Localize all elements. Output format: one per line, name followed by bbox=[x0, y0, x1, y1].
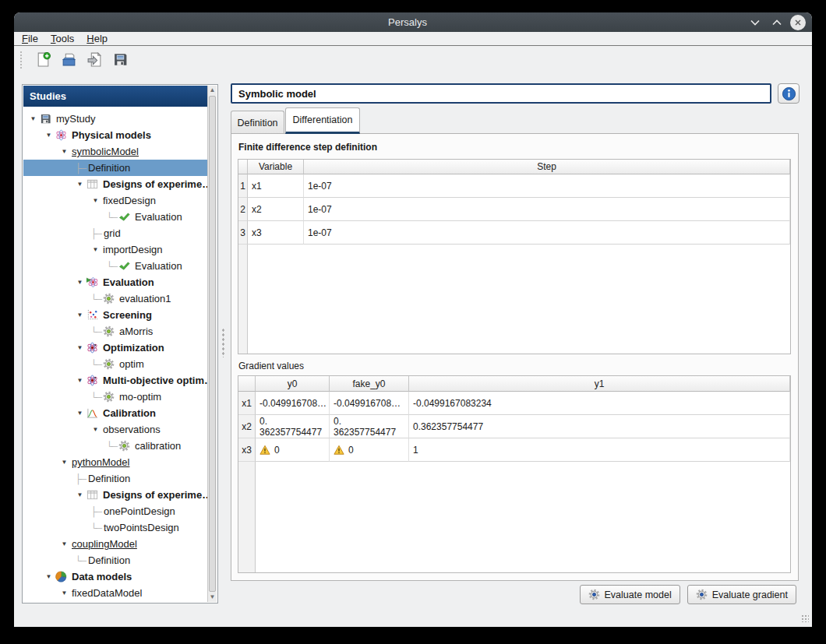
tab-differentiation[interactable]: Differentiation bbox=[285, 107, 360, 134]
menu-file[interactable]: File bbox=[22, 33, 38, 44]
tree-item-evaluation[interactable]: └─Evaluation bbox=[23, 258, 207, 274]
step-cell[interactable]: 1e-07 bbox=[304, 174, 790, 198]
tree-scrollbar[interactable]: ▲ ▼ bbox=[207, 86, 217, 602]
tree-item-label: Screening bbox=[101, 309, 154, 321]
scroll-down-icon[interactable]: ▼ bbox=[208, 593, 217, 602]
expand-arrow-icon[interactable]: ▼ bbox=[75, 311, 85, 318]
tree-item-symbolicmodel[interactable]: ▼symbolicModel bbox=[23, 143, 207, 160]
info-button[interactable] bbox=[778, 83, 800, 104]
splitter-handle[interactable] bbox=[222, 328, 224, 357]
tree-item-definition[interactable]: ├─Definition bbox=[23, 470, 207, 487]
expand-arrow-icon[interactable]: ▼ bbox=[75, 181, 85, 188]
evaluate-gradient-button[interactable]: Evaluate gradient bbox=[687, 585, 796, 604]
gradient-cell[interactable]: 0. 362357754477 bbox=[256, 415, 330, 438]
table-filler bbox=[248, 245, 790, 354]
column-header-y0: y0 bbox=[256, 376, 330, 392]
menu-tools[interactable]: Tools bbox=[51, 33, 74, 44]
tree-item-multi-objective-optim[interactable]: ▼Multi-objective optim… bbox=[23, 372, 207, 389]
tab-definition[interactable]: Definition bbox=[231, 111, 284, 134]
expand-arrow-icon[interactable]: ▼ bbox=[90, 197, 101, 204]
gradient-cell[interactable]: -0.049916708… bbox=[256, 392, 330, 415]
import-icon[interactable] bbox=[84, 50, 104, 70]
step-cell[interactable]: 1e-07 bbox=[304, 221, 790, 245]
tree-item-label: aMorris bbox=[117, 326, 155, 337]
tree-item-calibration[interactable]: └─calibration bbox=[23, 438, 207, 454]
gradient-cell[interactable]: -0.049916708… bbox=[330, 392, 409, 415]
tree-item-mo-optim[interactable]: └─mo-optim bbox=[23, 389, 207, 405]
save-icon[interactable] bbox=[110, 50, 130, 70]
scroll-up-icon[interactable]: ▲ bbox=[208, 86, 217, 95]
tree-item-fixeddatamodel[interactable]: ▼fixedDataModel bbox=[23, 585, 207, 601]
expand-arrow-icon[interactable]: ▼ bbox=[75, 491, 85, 498]
tree-item-calibration[interactable]: ▼Calibration bbox=[23, 405, 207, 421]
tree-item-screening[interactable]: ▼Screening bbox=[23, 307, 207, 323]
expand-arrow-icon[interactable]: ▼ bbox=[59, 589, 69, 596]
tree-item-optimization[interactable]: ▼Optimization bbox=[23, 340, 207, 356]
variable-cell[interactable]: x3 bbox=[248, 221, 304, 245]
tree-item-observations[interactable]: ▼observations bbox=[23, 421, 207, 438]
tree-item-fixeddesign[interactable]: ▼fixedDesign bbox=[23, 192, 207, 209]
new-document-icon[interactable] bbox=[33, 50, 53, 70]
variable-cell[interactable]: x1 bbox=[248, 174, 304, 198]
menu-help[interactable]: Help bbox=[86, 33, 108, 44]
gradient-cell[interactable]: 0 bbox=[330, 438, 409, 462]
toolbar-drag-handle[interactable] bbox=[19, 51, 23, 69]
expand-arrow-icon[interactable]: ▼ bbox=[90, 246, 101, 253]
gradient-cell[interactable]: 0 bbox=[256, 438, 330, 462]
gradient-cell[interactable]: -0.0499167083234 bbox=[409, 392, 790, 415]
variable-cell[interactable]: x2 bbox=[248, 198, 304, 221]
cell-value: 0.362357754477 bbox=[413, 421, 483, 432]
tree-item-optim[interactable]: └─optim bbox=[23, 356, 207, 372]
expand-arrow-icon[interactable]: ▼ bbox=[28, 115, 38, 122]
minimize-icon[interactable] bbox=[747, 14, 764, 31]
expand-arrow-icon[interactable]: ▼ bbox=[75, 344, 85, 351]
tree-item-designs-of-experime[interactable]: ▼Designs of experime… bbox=[23, 487, 207, 503]
title-bar[interactable]: Persalys bbox=[14, 12, 812, 32]
expand-arrow-icon[interactable]: ▼ bbox=[59, 540, 69, 547]
tree-item-amorris[interactable]: └─aMorris bbox=[23, 323, 207, 340]
expand-arrow-icon[interactable]: ▼ bbox=[44, 132, 54, 139]
tree-item-label: Calibration bbox=[101, 407, 158, 419]
tree-item-onepointdesign[interactable]: ├─onePointDesign bbox=[23, 503, 207, 519]
open-icon[interactable] bbox=[58, 50, 79, 70]
tree-item-grid[interactable]: ├─grid bbox=[23, 225, 207, 241]
evaluate-model-button[interactable]: Evaluate model bbox=[580, 585, 680, 604]
expand-arrow-icon[interactable]: ▼ bbox=[90, 426, 101, 433]
gradient-cell[interactable]: 0. 362357754477 bbox=[330, 415, 409, 438]
scrollbar-thumb[interactable] bbox=[209, 96, 216, 592]
table-icon bbox=[86, 178, 98, 190]
gear-green-icon bbox=[103, 358, 115, 370]
differentiation-panel: Finite difference step definition Variab… bbox=[231, 133, 799, 581]
tree-item-twopointsdesign[interactable]: └─twoPointsDesign bbox=[23, 519, 207, 536]
row-header-x1: x1 bbox=[238, 392, 256, 415]
expand-arrow-icon[interactable]: ▼ bbox=[59, 459, 69, 466]
tree-item-evaluation[interactable]: └─Evaluation bbox=[23, 209, 207, 225]
tree-item-evaluation[interactable]: ▼Evaluation bbox=[23, 274, 207, 290]
tree-item-data-models[interactable]: ▼Data models bbox=[23, 568, 207, 585]
gradient-cell[interactable]: 0.362357754477 bbox=[409, 415, 790, 438]
step-cell[interactable]: 1e-07 bbox=[304, 198, 790, 221]
gear-blue-icon bbox=[696, 589, 708, 600]
table-filler bbox=[256, 462, 790, 572]
gradient-cell[interactable]: 1 bbox=[409, 438, 790, 462]
tree-item-label: optim bbox=[117, 358, 146, 370]
expand-arrow-icon[interactable]: ▼ bbox=[75, 410, 85, 417]
tree-item-evaluation1[interactable]: └─evaluation1 bbox=[23, 290, 207, 307]
tree-item-pythonmodel[interactable]: ▼pythonModel bbox=[23, 454, 207, 470]
tree-item-importdesign[interactable]: ▼importDesign bbox=[23, 241, 207, 258]
size-grip[interactable] bbox=[801, 614, 809, 622]
model-name-input[interactable] bbox=[231, 83, 771, 104]
tree-item-physical-models[interactable]: ▼Physical models bbox=[23, 127, 207, 143]
maximize-icon[interactable] bbox=[768, 14, 785, 31]
expand-arrow-icon[interactable]: ▼ bbox=[75, 279, 85, 286]
tree-item-mystudy[interactable]: ▼myStudy bbox=[23, 111, 207, 127]
expand-arrow-icon[interactable]: ▼ bbox=[59, 148, 69, 155]
cell-value: 0. 362357754477 bbox=[259, 416, 322, 438]
tree-item-designs-of-experime[interactable]: ▼Designs of experime… bbox=[23, 176, 207, 192]
expand-arrow-icon[interactable]: ▼ bbox=[75, 377, 85, 384]
tree-item-couplingmodel[interactable]: ▼couplingModel bbox=[23, 536, 207, 552]
expand-arrow-icon[interactable]: ▼ bbox=[44, 573, 54, 580]
tree-item-definition[interactable]: └─Definition bbox=[23, 552, 207, 568]
close-icon[interactable] bbox=[790, 15, 806, 30]
tree-item-definition[interactable]: ├─Definition bbox=[23, 160, 207, 176]
